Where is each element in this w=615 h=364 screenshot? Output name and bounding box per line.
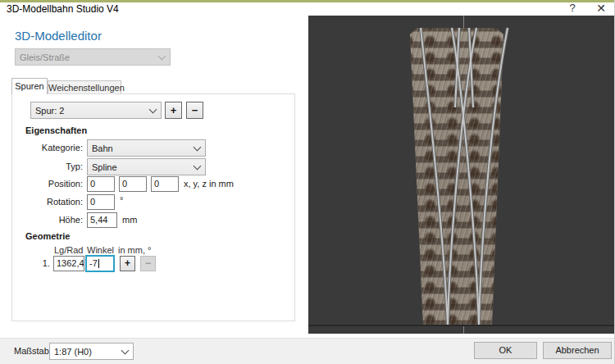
hoehe-field[interactable]: 5,44 [87,212,117,228]
ok-button[interactable]: OK [474,342,537,359]
typ-select[interactable]: Spline [87,158,206,175]
kategorie-value: Bahn [92,143,194,153]
lgrad-field[interactable]: 1362,4 [53,256,84,271]
remove-geometry-button[interactable]: − [140,256,156,271]
page-title: 3D-Modelleditor [15,29,102,43]
chevron-down-icon [149,105,157,113]
model-type-select: Gleis/Straße [15,48,171,66]
masstab-select[interactable]: 1:87 (H0) [49,343,134,360]
kategorie-label: Kategorie: [12,143,83,152]
text-caret [98,259,99,268]
hoehe-label: Höhe: [12,215,83,225]
typ-value: Spline [92,162,194,172]
col-header-winkel: Winkel [87,245,114,255]
typ-label: Typ: [12,162,83,171]
add-spur-button[interactable]: + [165,102,182,119]
winkel-value: -7 [89,257,98,270]
spuren-tab-page: Spur: 2 + − Eigenschaften Kategorie: Bah… [11,93,295,321]
add-geometry-button[interactable]: + [120,256,135,271]
rotation-unit-label: ° [120,195,123,205]
masstab-label: Maßstab: [14,346,52,356]
spur-select[interactable]: Spur: 2 [30,102,162,119]
help-button[interactable]: ? [563,1,582,16]
track-rails [308,16,615,334]
cancel-button[interactable]: Abbrechen [543,342,612,359]
position-unit-label: x, y, z in mm [184,179,234,189]
viewport-3d[interactable] [308,16,615,334]
position-label: Position: [12,179,83,189]
close-icon[interactable]: ✕ [590,1,612,16]
position-y-field[interactable]: 0 [119,176,147,192]
rotation-field[interactable]: 0 [87,194,115,210]
remove-spur-button[interactable]: − [186,102,203,119]
chevron-down-icon [194,143,202,151]
spur-select-value: Spur: 2 [35,106,150,116]
viewport-ground-line [308,325,615,326]
position-x-field[interactable]: 0 [87,176,115,192]
window-accent-edge [0,0,615,2]
position-z-field[interactable]: 0 [151,176,179,192]
col-header-unit: in mm, ° [118,245,151,255]
kategorie-select[interactable]: Bahn [87,139,206,157]
chevron-down-icon [194,162,202,170]
geometrie-heading: Geometrie [25,231,70,241]
col-header-lgrad: Lg/Rad [54,245,83,255]
eigenschaften-heading: Eigenschaften [25,125,87,135]
masstab-value: 1:87 (H0) [54,347,122,357]
winkel-field[interactable]: -7 [85,255,115,272]
tab-spuren[interactable]: Spuren [11,78,48,94]
hoehe-unit-label: mm [122,215,137,225]
chevron-down-icon [121,346,130,354]
tab-weichenstellungen[interactable]: Weichenstellungen [48,80,121,94]
window-title: 3D-Modellbahn Studio V4 [7,3,119,15]
rotation-label: Rotation: [12,197,83,207]
footer-bar: Maßstab: 1:87 (H0) OK Abbrechen [0,338,615,364]
geometry-row-index: 1. [29,258,50,268]
model-type-value: Gleis/Straße [20,52,159,62]
chevron-down-icon [158,52,166,60]
